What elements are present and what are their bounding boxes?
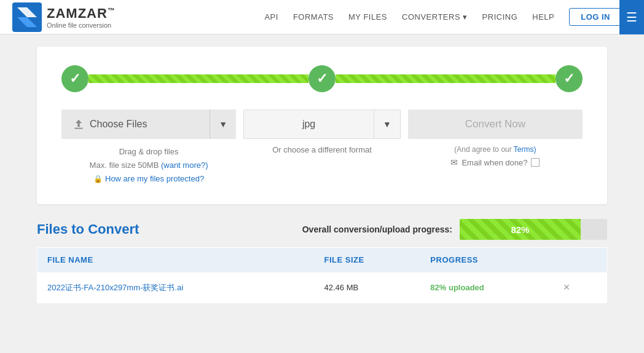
step-2-check: ✓ (316, 71, 328, 87)
file-table: FILE NAME FILE SIZE PROGRESS 2022证书-FA-2… (37, 247, 607, 303)
email-row: ✉ Email when done? (408, 157, 583, 167)
convert-now-section: Convert Now (And agree to our Terms) ✉ E… (408, 109, 583, 167)
want-more-link[interactable]: (want more?) (161, 161, 208, 170)
file-name-cell: 2022证书-FA-210x297mm-获奖证书.ai (37, 272, 315, 303)
format-subtitle: Or choose a different format (272, 145, 372, 154)
convert-now-button[interactable]: Convert Now (408, 109, 583, 139)
email-checkbox[interactable] (531, 158, 540, 167)
main-nav: API FORMATS MY FILES CONVERTERS ▾ PRICIN… (134, 8, 622, 26)
zamzar-logo-icon (12, 2, 42, 32)
step-line-1 (88, 74, 308, 83)
logo: ZAMZAR™ Online file conversion (12, 2, 116, 32)
agree-text: (And agree to our (454, 145, 511, 154)
table-row: 2022证书-FA-210x297mm-获奖证书.ai 42.46 MB 82%… (37, 272, 607, 303)
file-size-cell: 42.46 MB (315, 272, 421, 303)
nav-help[interactable]: HELP (532, 12, 554, 22)
choose-files-dropdown-icon: ▼ (219, 119, 227, 129)
nav-pricing[interactable]: PRICING (482, 12, 518, 22)
choose-files-section: Choose Files ▼ Drag & drop files Max. fi… (61, 109, 236, 186)
menu-icon: ☰ (626, 10, 637, 25)
lock-icon: 🔒 (93, 173, 103, 185)
terms-link[interactable]: Terms) (514, 145, 536, 154)
choose-files-button[interactable]: Choose Files (61, 109, 210, 139)
nav-converters[interactable]: CONVERTERS ▾ (402, 12, 468, 22)
drag-drop-text: Drag & drop files (61, 145, 236, 159)
choose-files-dropdown-btn[interactable]: ▼ (210, 109, 236, 139)
choose-files-info: Drag & drop files Max. file size 50MB (w… (61, 145, 236, 186)
step-3-check: ✓ (564, 71, 575, 87)
max-size-text: Max. file size 50MB (90, 161, 159, 170)
files-section: Files to Convert Overall conversion/uplo… (37, 219, 607, 303)
format-dropdown-icon: ▼ (383, 119, 391, 129)
svg-rect-3 (74, 128, 82, 129)
progress-percent-text: 82% (511, 224, 529, 235)
menu-button[interactable]: ☰ (619, 0, 644, 34)
action-row: Choose Files ▼ Drag & drop files Max. fi… (61, 109, 583, 186)
progress-bar-outer: 82% (460, 219, 607, 240)
nav-converters-chevron: ▾ (463, 12, 468, 22)
nav-my-files[interactable]: MY FILES (348, 12, 387, 22)
progress-bar-inner: 82% (460, 219, 581, 240)
file-progress-cell: 82% uploaded (420, 272, 551, 303)
file-table-header: FILE NAME FILE SIZE PROGRESS (37, 248, 607, 272)
files-header: Files to Convert Overall conversion/uplo… (37, 219, 607, 240)
max-size-line: Max. file size 50MB (want more?) (61, 159, 236, 172)
col-actions (551, 248, 607, 272)
logo-brand: ZAMZAR™ (47, 6, 116, 22)
choose-files-btn-group: Choose Files ▼ (61, 109, 236, 139)
converter-card: ✓ ✓ ✓ Choose Fil (37, 47, 607, 204)
step-1-circle: ✓ (61, 65, 88, 92)
file-table-body: 2022证书-FA-210x297mm-获奖证书.ai 42.46 MB 82%… (37, 272, 607, 303)
format-section: jpg ▼ Or choose a different format (243, 109, 401, 154)
step-line-2 (336, 74, 556, 83)
progress-area: Overall conversion/upload progress: 82% (302, 219, 607, 240)
step-indicators: ✓ ✓ ✓ (61, 65, 583, 92)
email-icon: ✉ (450, 157, 458, 167)
file-remove-cell: × (551, 272, 607, 303)
step-2-circle: ✓ (308, 65, 336, 92)
logo-superscript: ™ (108, 6, 116, 14)
files-title-colored: Convert (88, 221, 139, 237)
nav-formats[interactable]: FORMATS (293, 12, 334, 22)
col-progress: PROGRESS (420, 248, 551, 272)
step-1-check: ✓ (69, 71, 80, 87)
header: ZAMZAR™ Online file conversion API FORMA… (0, 0, 644, 34)
upload-icon (73, 118, 85, 130)
col-filesize: FILE SIZE (315, 248, 421, 272)
col-filename: FILE NAME (37, 248, 315, 272)
login-button[interactable]: LOG IN (569, 8, 622, 26)
logo-text: ZAMZAR™ Online file conversion (47, 6, 116, 29)
email-label: Email when done? (461, 158, 527, 167)
step-3-circle: ✓ (556, 65, 583, 92)
protection-link[interactable]: How are my files protected? (105, 172, 204, 186)
logo-brand-text: ZAMZAR (47, 6, 108, 21)
choose-files-label: Choose Files (90, 119, 147, 130)
main-content: ✓ ✓ ✓ Choose Fil (0, 34, 644, 315)
nav-converters-label: CONVERTERS (402, 12, 460, 22)
progress-label: Overall conversion/upload progress: (302, 224, 452, 234)
format-dropdown-btn[interactable]: ▼ (374, 109, 401, 139)
remove-file-button[interactable]: × (561, 281, 573, 294)
nav-api[interactable]: API (264, 12, 278, 22)
format-btn-group: jpg ▼ (243, 109, 401, 139)
protection-line: 🔒 How are my files protected? (61, 172, 236, 186)
convert-agree-text: (And agree to our Terms) (408, 145, 583, 154)
file-table-header-row: FILE NAME FILE SIZE PROGRESS (37, 248, 607, 272)
files-title: Files to Convert (37, 221, 139, 237)
logo-subtitle: Online file conversion (47, 22, 116, 29)
files-title-static: Files to (37, 221, 84, 237)
format-display: jpg (243, 109, 374, 139)
